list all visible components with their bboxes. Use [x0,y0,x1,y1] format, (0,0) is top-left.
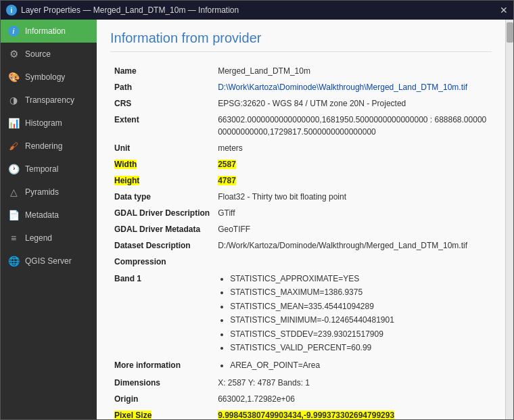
field-value: GeoTIFF [214,221,492,237]
field-label: Compression [110,254,214,270]
scrollbar-track[interactable] [505,20,513,419]
sidebar-item-rendering[interactable]: 🖌 Rendering [1,135,97,158]
field-label: Width [110,156,214,172]
title-bar: i Layer Properties — Merged_Land_DTM_10m… [1,1,513,20]
sidebar-item-label: Rendering [25,141,62,151]
list-item: STATISTICS_MINIMUM=-0.12465440481901 [230,313,488,327]
table-row: Extent 663002.0000000000000000,1681950.5… [110,112,492,140]
pixel-size-value: 9.99845380749903434,-9.99937330269479929… [218,411,394,419]
histogram-icon: 📊 [7,117,20,129]
source-icon: ⚙ [7,48,20,60]
path-link[interactable]: D:\Work\Kartoza\Dominode\Walkthrough\Mer… [218,83,467,92]
list-item: STATISTICS_STDDEV=239.93021517909 [230,327,488,341]
window-icon: i [6,5,17,16]
rendering-icon: 🖌 [7,140,20,152]
field-label: Band 1 [110,270,214,356]
table-row: Compression [110,254,492,270]
field-value: 2587 [214,156,492,172]
symbology-icon: 🎨 [7,71,20,83]
sidebar-item-source[interactable]: ⚙ Source [1,43,97,66]
table-row: More information AREA_OR_POINT=Area [110,356,492,374]
field-value: 9.99845380749903434,-9.99937330269479929… [214,407,492,419]
table-row: Origin 663002,1.72982e+06 [110,391,492,407]
height-label: Height [114,176,139,185]
field-value: D:/Work/Kartoza/Dominode/Walkthrough/Mer… [214,237,492,254]
table-row: Width 2587 [110,156,492,172]
field-label: GDAL Driver Description [110,205,214,221]
sidebar-item-legend[interactable]: ≡ Legend [1,227,97,250]
list-item: STATISTICS_MEAN=335.45441094289 [230,300,488,313]
field-value: GTiff [214,205,492,221]
table-row: Unit meters [110,140,492,156]
field-value: Merged_Land_DTM_10m [214,63,492,79]
field-value: 663002,1.72982e+06 [214,391,492,407]
pixel-size-label: Pixel Size [114,411,151,419]
title-bar-left: i Layer Properties — Merged_Land_DTM_10m… [6,5,239,16]
sidebar: i Information ⚙ Source 🎨 Symbology ◑ Tra… [1,20,97,419]
sidebar-item-label: Transparency [25,95,74,105]
table-row: CRS EPSG:32620 - WGS 84 / UTM zone 20N -… [110,95,492,112]
field-label: Origin [110,391,214,407]
info-panel: Information from provider Name Merged_La… [97,20,505,419]
table-row: Path D:\Work\Kartoza\Dominode\Walkthroug… [110,79,492,95]
table-row: Name Merged_Land_DTM_10m [110,63,492,79]
table-row: Pixel Size 9.99845380749903434,-9.999373… [110,407,492,419]
table-row: Dataset Description D:/Work/Kartoza/Domi… [110,237,492,254]
width-label: Width [114,160,137,169]
field-label: Data type [110,189,214,205]
table-row: Height 4787 [110,172,492,189]
field-value: X: 2587 Y: 4787 Bands: 1 [214,375,492,391]
sidebar-item-label: Temporal [25,164,58,174]
sidebar-item-information[interactable]: i Information [1,20,97,43]
table-row: GDAL Driver Metadata GeoTIFF [110,221,492,237]
sidebar-item-label: QGIS Server [25,256,72,266]
transparency-icon: ◑ [7,94,20,106]
width-value: 2587 [218,160,236,169]
table-row: Band 1 STATISTICS_APPROXIMATE=YESSTATIST… [110,270,492,356]
field-label: Extent [110,112,214,140]
sidebar-item-temporal[interactable]: 🕐 Temporal [1,158,97,181]
field-label: Unit [110,140,214,156]
window-title: Layer Properties — Merged_Land_DTM_10m —… [21,5,239,15]
close-button[interactable]: ✕ [500,5,508,16]
field-label: Pixel Size [110,407,214,419]
pyramids-icon: △ [7,186,20,198]
field-label: Dimensions [110,375,214,391]
band-stats-list: STATISTICS_APPROXIMATE=YESSTATISTICS_MAX… [218,272,488,354]
sidebar-item-histogram[interactable]: 📊 Histogram [1,112,97,135]
field-value: 663002.0000000000000000,1681950.50000000… [214,112,492,140]
sidebar-item-transparency[interactable]: ◑ Transparency [1,89,97,112]
list-item: AREA_OR_POINT=Area [230,358,488,372]
qgis-server-icon: 🌐 [7,255,20,267]
info-icon: i [7,25,20,37]
field-label: Dataset Description [110,237,214,254]
list-item: STATISTICS_VALID_PERCENT=60.99 [230,341,488,354]
sidebar-item-symbology[interactable]: 🎨 Symbology [1,66,97,89]
field-label: CRS [110,95,214,112]
main-content: i Information ⚙ Source 🎨 Symbology ◑ Tra… [1,20,513,419]
field-label: More information [110,356,214,374]
sidebar-item-label: Source [25,49,51,59]
field-label: GDAL Driver Metadata [110,221,214,237]
metadata-icon: 📄 [7,209,20,221]
sidebar-item-label: Pyramids [25,187,59,197]
sidebar-item-label: Legend [25,233,52,243]
sidebar-item-label: Metadata [25,210,59,220]
field-value: AREA_OR_POINT=Area [214,356,492,374]
legend-icon: ≡ [7,232,20,244]
field-label: Path [110,79,214,95]
more-info-list: AREA_OR_POINT=Area [218,358,488,372]
field-value: D:\Work\Kartoza\Dominode\Walkthrough\Mer… [214,79,492,95]
list-item: STATISTICS_APPROXIMATE=YES [230,272,488,285]
sidebar-item-label: Symbology [25,72,65,82]
field-label: Name [110,63,214,79]
list-item: STATISTICS_MAXIMUM=1386.9375 [230,285,488,299]
sidebar-item-qgis-server[interactable]: 🌐 QGIS Server [1,250,97,273]
sidebar-item-pyramids[interactable]: △ Pyramids [1,181,97,204]
height-value: 4787 [218,176,236,185]
sidebar-item-metadata[interactable]: 📄 Metadata [1,204,97,227]
panel-title: Information from provider [110,30,492,52]
table-row: GDAL Driver Description GTiff [110,205,492,221]
scrollbar-thumb[interactable] [507,22,513,43]
band1-stats: STATISTICS_APPROXIMATE=YESSTATISTICS_MAX… [214,270,492,356]
